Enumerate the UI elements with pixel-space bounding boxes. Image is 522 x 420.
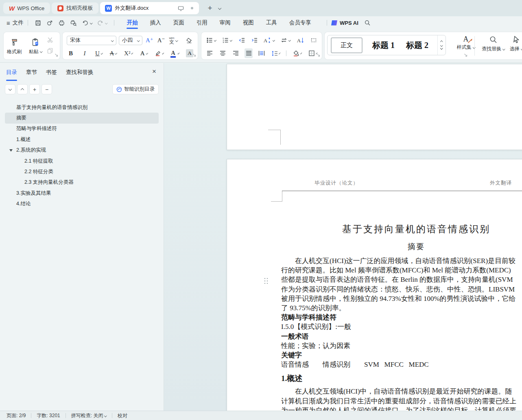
toc-item-experiments[interactable]: 3.实验及其结果 [0,188,164,198]
ribbon-tab-member[interactable]: 会员专享 [283,16,317,29]
undo-chevron-icon[interactable] [90,22,92,24]
export-pdf-button[interactable] [46,20,53,26]
main-menu-icon[interactable]: ≡ [7,20,10,26]
page-indicator[interactable]: 页面: 2/9 [7,412,26,419]
format-painter-button[interactable]: 格式刷 [4,34,25,59]
paste-chevron-icon[interactable] [40,50,42,52]
clipboard-dialog-expander[interactable] [55,52,58,58]
document-workspace[interactable]: 毕业设计（论文） 外文翻译 基于支持向量机的语音情感识别 摘要 在人机交互(HC… [164,63,522,411]
print-button[interactable] [58,20,65,26]
phonetic-guide-button[interactable]: wén 文 [168,35,179,45]
character-scale-button[interactable]: A [263,35,276,45]
ribbon-tab-page[interactable]: 页面 [167,16,190,29]
show-marks-button[interactable] [310,35,318,45]
font-color-button[interactable]: A [170,48,180,58]
shading-button[interactable] [292,48,302,58]
toc-item-svm-classifier[interactable]: 2.3 支持向量机分类器 [0,177,164,188]
toc-item-conclusion[interactable]: 4.结论 [0,199,164,209]
underline-button[interactable]: U [94,48,103,58]
new-tab-button[interactable]: + [205,4,214,13]
font-name-select[interactable]: 宋体 [67,36,116,45]
tab-document-active[interactable]: W 外文翻译.docx [100,2,199,14]
toc-item-feature-extract[interactable]: 2.1 特征提取 [0,156,164,166]
font-size-select[interactable]: 小四 [119,36,142,45]
copy-button[interactable] [47,48,53,55]
bold-button[interactable]: B [67,48,75,58]
paragraph-drag-handle-icon[interactable] [264,277,268,284]
gallery-down-icon[interactable] [440,44,443,46]
italic-button[interactable]: I [81,48,89,58]
expand-all-button[interactable] [5,84,15,94]
bullets-button[interactable] [205,35,217,45]
page-1[interactable] [227,64,522,150]
select-button[interactable]: 选择 [510,35,522,52]
gallery-expand-icon[interactable] [440,47,443,49]
text-direction-button[interactable] [280,35,291,45]
ribbon-tab-home[interactable]: 开始 [121,16,144,29]
toc-item-abstract-selected[interactable]: 摘要 [5,113,159,123]
increase-font-button[interactable]: A⁺ [145,35,154,45]
search-command-icon[interactable] [364,20,371,26]
highlight-button[interactable] [154,48,164,58]
nav-tab-contents[interactable]: 目录 [6,69,17,78]
paste-button[interactable]: 粘贴 [25,34,46,59]
align-center-button[interactable] [218,48,227,58]
ribbon-tab-view[interactable]: 视图 [237,16,260,29]
style-normal[interactable]: 正文 [331,37,363,53]
find-replace-button[interactable]: 查找替换 [482,35,505,52]
smart-toc-button[interactable]: 智能识别目录 [112,84,159,94]
word-count[interactable]: 字数: 3201 [37,412,60,419]
align-right-button[interactable] [232,48,240,58]
toc-item-title[interactable]: 基于支持向量机的语音情感识别 [0,102,164,113]
style-heading2[interactable]: 标题 2 [406,40,428,51]
toc-item-overview[interactable]: 1.概述 [0,134,164,145]
numbering-button[interactable] [221,35,233,45]
text-effects-button[interactable]: A [140,48,149,58]
zoom-out-toc-button[interactable]: − [41,84,52,94]
tab-wps-office[interactable]: W WPS Office [3,2,50,14]
toc-item-feature-classify[interactable]: 2.2 特征分类 [0,166,164,177]
collapse-triangle-icon[interactable] [9,149,13,152]
page-2[interactable]: 毕业设计（论文） 外文翻译 基于支持向量机的语音情感识别 摘要 在人机交互(HC… [227,159,522,411]
cut-button[interactable] [47,37,53,44]
redo-chevron-icon[interactable] [105,22,107,24]
nav-tab-chapters[interactable]: 章节 [26,69,37,78]
collapse-all-button[interactable] [17,84,28,94]
decrease-indent-button[interactable] [238,35,246,45]
file-menu[interactable]: 文件 [13,19,24,26]
distribute-button[interactable] [258,48,266,58]
sort-button[interactable]: A [296,35,305,45]
spellcheck-toggle[interactable]: 拼写检查: 关闭 [71,412,107,419]
wps-ai-button[interactable]: WPS AI [340,20,358,26]
toc-item-descriptors[interactable]: 范畴与学科描述符 [0,124,164,134]
increase-indent-button[interactable] [250,35,258,45]
justify-button[interactable] [245,48,253,58]
tab-docer-templates[interactable]: 找稻壳模板 [52,2,98,14]
ribbon-tab-review[interactable]: 审阅 [214,16,237,29]
print-preview-button[interactable] [70,20,77,26]
screen-mode-icon[interactable] [178,6,184,11]
proofread-button[interactable]: 校对 [118,412,127,419]
gallery-up-icon[interactable] [440,41,443,43]
style-heading1[interactable]: 标题 1 [372,40,395,51]
save-button[interactable] [35,20,41,26]
font-dialog-expander[interactable] [192,52,196,58]
align-left-button[interactable] [205,48,214,58]
paragraph-dialog-expander[interactable] [317,52,320,58]
clear-format-button[interactable] [185,35,194,45]
ribbon-tab-tools[interactable]: 工具 [260,16,283,29]
styles-dialog-expander[interactable] [464,52,467,58]
zoom-in-toc-button[interactable]: + [29,84,40,94]
superscript-button[interactable]: X² [123,48,134,58]
nav-tab-bookmarks[interactable]: 书签 [46,69,57,78]
close-pane-icon[interactable]: × [152,68,156,75]
line-spacing-button[interactable] [271,48,281,58]
ribbon-tab-insert[interactable]: 插入 [144,16,167,29]
decrease-font-button[interactable]: A⁻ [157,35,166,45]
strikethrough-button[interactable]: A [109,48,118,58]
nav-tab-find-replace[interactable]: 查找和替换 [66,69,94,78]
undo-button[interactable] [82,20,92,26]
tab-list-chevron-icon[interactable] [218,7,221,10]
redo-button[interactable] [97,20,107,26]
toc-item-system[interactable]: 2.系统的实现 [0,145,164,156]
